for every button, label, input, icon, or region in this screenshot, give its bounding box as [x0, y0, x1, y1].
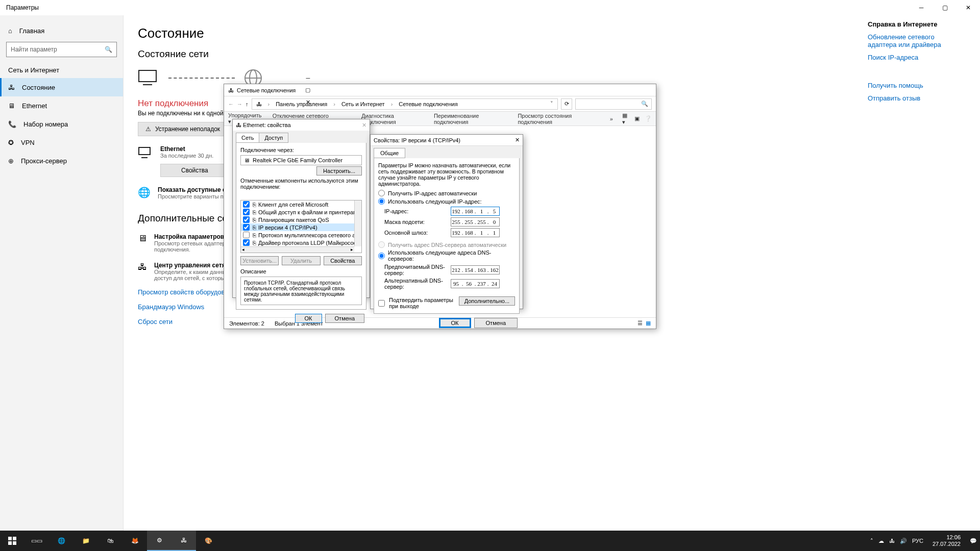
component-row[interactable]: ⎘Протокол мультиплексора сетевого адапте… — [241, 231, 361, 239]
taskview-button[interactable]: ▭▭ — [24, 531, 49, 551]
eth-cancel-button[interactable]: Отмена — [325, 314, 364, 323]
tb-more[interactable]: » — [610, 116, 613, 122]
paint-icon[interactable]: 🎨 — [196, 531, 220, 551]
firefox-icon[interactable]: 🦊 — [122, 531, 147, 551]
remove-button[interactable]: Удалить — [282, 256, 320, 265]
view-icon[interactable]: ▦ ▾ — [622, 112, 629, 126]
configure-button[interactable]: Настроить... — [316, 166, 362, 176]
component-check[interactable] — [243, 216, 250, 223]
nav-dialup[interactable]: 📞Набор номера — [0, 115, 123, 133]
breadcrumb[interactable]: 🖧 ›Панель управления ›Сеть и Интернет ›С… — [252, 98, 558, 110]
edge-icon[interactable]: 🌐 — [49, 531, 74, 551]
component-row[interactable]: ⎘Общий доступ к файлам и принтерам для с… — [241, 208, 361, 216]
action-center-icon[interactable]: 💬 — [970, 538, 977, 544]
radio-auto-ip[interactable]: Получить IP-адрес автоматически — [378, 190, 515, 196]
bc-0[interactable]: Панель управления — [274, 101, 329, 107]
install-button[interactable]: Установить... — [240, 256, 279, 265]
tb-rename[interactable]: Переименование подключения — [434, 113, 509, 125]
component-check[interactable] — [243, 232, 250, 238]
nc-maximize[interactable]: ▢ — [299, 84, 317, 96]
advanced-button[interactable]: Дополнительно... — [459, 296, 515, 306]
component-row[interactable]: ⎘Планировщик пакетов QoS — [241, 216, 361, 223]
close-button[interactable]: ✕ — [957, 0, 980, 15]
nav-home[interactable]: ⌂ Главная — [0, 21, 123, 40]
scrollbar-h[interactable]: ◂▸ — [241, 246, 354, 253]
nc-minimize[interactable]: ─ — [299, 72, 317, 84]
tray-chevron[interactable]: ˄ — [870, 538, 873, 544]
alternate-dns-field[interactable]: 95.56.237.24 — [451, 279, 500, 288]
help-icon[interactable]: ❔ — [645, 115, 652, 122]
connect-via-label: Подключение через: — [240, 147, 362, 153]
search-input[interactable]: Найти параметр 🔍 — [6, 42, 117, 57]
nav-up[interactable]: ↑ — [246, 101, 249, 107]
component-check[interactable] — [243, 209, 250, 215]
radio-manual-ip[interactable]: Использовать следующий IP-адрес: — [378, 198, 515, 205]
component-row[interactable]: ⎘IP версии 4 (TCP/IPv4) — [241, 223, 361, 231]
ip-titlebar: Свойства: IP версии 4 (TCP/IPv4) ✕ — [371, 135, 523, 146]
nav-group-label: Сеть и Интернет — [0, 62, 123, 78]
gateway-field[interactable]: 192.168.1.1 — [451, 228, 500, 237]
store-icon[interactable]: 🛍 — [98, 531, 122, 551]
nav-status[interactable]: 🖧Состояние — [0, 78, 123, 96]
eth-title-icon: 🖧 — [236, 122, 241, 128]
scrollbar-v[interactable] — [354, 201, 361, 246]
ethernet-name: Ethernet — [160, 145, 229, 153]
component-check[interactable] — [243, 239, 250, 246]
tb-status[interactable]: Просмотр состояния подключения — [518, 113, 600, 125]
nav-home-label: Главная — [19, 27, 44, 35]
validate-checkbox[interactable]: Подтвердить параметры при выходе — [378, 297, 459, 309]
component-row[interactable]: ⎘Драйвер протокола LLDP (Майкрософт) — [241, 239, 361, 246]
view-tiles-icon[interactable]: ▦ — [646, 320, 651, 327]
clock[interactable]: 12:06 27.07.2022 — [928, 534, 965, 547]
nav-vpn[interactable]: ✪VPN — [0, 133, 123, 152]
network-tray-icon[interactable]: 🖧 — [889, 538, 895, 544]
tab-general[interactable]: Общие — [374, 148, 405, 158]
bc-dropdown[interactable]: ˅ — [548, 101, 555, 107]
nav-forward[interactable]: → — [237, 101, 242, 107]
eth-close[interactable]: ✕ — [362, 122, 366, 129]
components-list[interactable]: ⎘Клиент для сетей Microsoft⎘Общий доступ… — [240, 200, 362, 253]
preview-icon[interactable]: ▣ — [634, 115, 640, 122]
ip-ok-button[interactable]: ОК — [439, 318, 471, 328]
component-check[interactable] — [243, 201, 250, 208]
ip-cancel-button[interactable]: Отмена — [474, 318, 518, 328]
nav-proxy[interactable]: ⊕Прокси-сервер — [0, 152, 123, 170]
explorer-icon[interactable]: 📁 — [74, 531, 98, 551]
tab-access[interactable]: Доступ — [259, 133, 288, 143]
bc-1[interactable]: Сеть и Интернет — [339, 101, 387, 107]
subnet-mask-field[interactable]: 255.255.255.0 — [451, 217, 500, 227]
ip-close[interactable]: ✕ — [515, 137, 520, 143]
nav-back[interactable]: ← — [228, 101, 234, 107]
maximize-button[interactable]: ▢ — [933, 0, 957, 15]
bc-2[interactable]: Сетевые подключения — [397, 101, 459, 107]
lang-indicator[interactable]: РУС — [912, 538, 923, 544]
preferred-dns-field[interactable]: 212.154.163.162 — [451, 265, 500, 274]
link-get-help[interactable]: Получить помощь — [868, 82, 965, 89]
volume-icon[interactable]: 🔊 — [900, 538, 907, 544]
tab-network[interactable]: Сеть — [236, 133, 259, 143]
component-check[interactable] — [243, 224, 250, 231]
description-label: Описание — [240, 268, 362, 274]
link-update-driver[interactable]: Обновление сетевого адаптера или драйвер… — [868, 33, 965, 48]
component-row[interactable]: ⎘Клиент для сетей Microsoft — [241, 201, 361, 208]
ip-address-field[interactable]: 192.168.1.5 — [451, 207, 500, 216]
start-button[interactable] — [0, 531, 24, 551]
troubleshoot-button[interactable]: ⚠ Устранение неполадок — [138, 122, 228, 136]
nav-ethernet[interactable]: 🖥Ethernet — [0, 96, 123, 115]
link-feedback[interactable]: Отправить отзыв — [868, 94, 965, 102]
view-details-icon[interactable]: ☰ — [638, 320, 643, 327]
component-props-button[interactable]: Свойства — [324, 256, 362, 265]
settings-task-icon[interactable]: ⚙ — [147, 531, 172, 551]
properties-button[interactable]: Свойства — [160, 164, 229, 177]
nav-status-label: Состояние — [22, 84, 55, 91]
onedrive-icon[interactable]: ☁ — [878, 538, 884, 544]
link-find-ip[interactable]: Поиск IP-адреса — [868, 54, 965, 61]
nc-search[interactable]: 🔍 — [575, 98, 652, 110]
eth-ok-button[interactable]: ОК — [295, 314, 322, 323]
minimize-button[interactable]: ─ — [910, 0, 933, 15]
proxy-icon: ⊕ — [8, 157, 14, 165]
explorer-task-icon[interactable]: 🖧 — [172, 531, 196, 551]
refresh-button[interactable]: ⟳ — [561, 98, 572, 110]
tb-diagnose[interactable]: Диагностика подключения — [361, 113, 425, 125]
radio-manual-dns[interactable]: Использовать следующие адреса DNS-сервер… — [378, 249, 515, 262]
